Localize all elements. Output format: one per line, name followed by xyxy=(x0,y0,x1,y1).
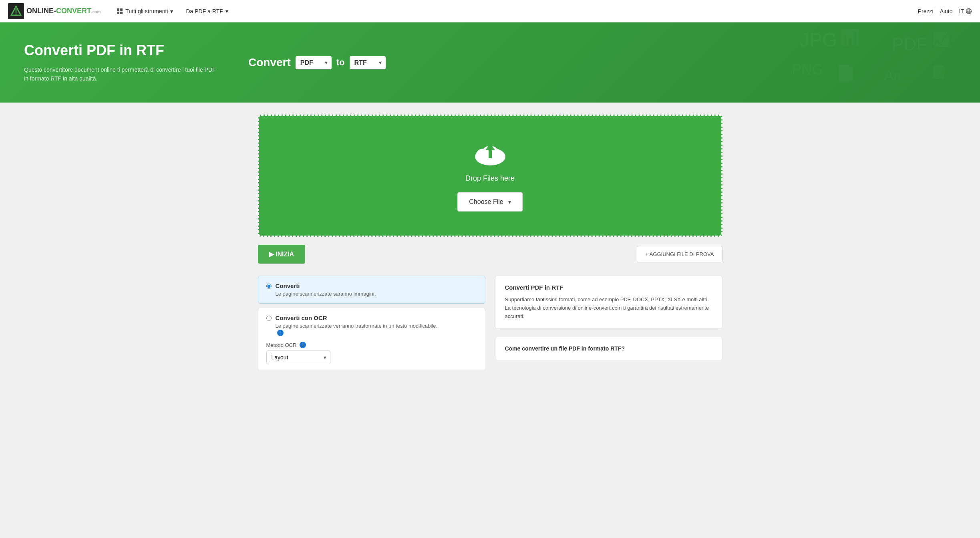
all-tools-button[interactable]: Tutti gli strumenti ▾ xyxy=(110,0,179,22)
nav-right: Prezzi Aiuto IT xyxy=(918,8,972,14)
svg-text:📝: 📝 xyxy=(932,64,948,80)
options-right: Converti PDF in RTF Supportiamo tantissi… xyxy=(495,276,722,375)
from-pdf-chevron-icon: ▾ xyxy=(225,8,228,14)
svg-rect-4 xyxy=(120,8,123,11)
from-format-wrapper[interactable]: PDF xyxy=(296,56,332,69)
main-content: Drop Files here Choose File ▾ ▶ INIZIA +… xyxy=(250,103,730,387)
svg-text:📊: 📊 xyxy=(840,27,860,46)
ocr-method-select[interactable]: Layout Testo Avanzato xyxy=(266,351,330,364)
convert-radio[interactable] xyxy=(266,284,272,289)
ocr-radio[interactable] xyxy=(266,316,272,321)
from-pdf-button[interactable]: Da PDF a RTF ▾ xyxy=(179,0,234,22)
prezzi-link[interactable]: Prezzi xyxy=(918,8,934,14)
upload-box[interactable]: Drop Files here Choose File ▾ xyxy=(258,115,722,237)
svg-rect-6 xyxy=(120,12,123,14)
svg-text:PNG: PNG xyxy=(792,61,823,78)
svg-text:Aa: Aa xyxy=(884,67,902,84)
info-card-1-title: Converti PDF in RTF xyxy=(505,284,712,291)
ocr-method-info-icon[interactable]: i xyxy=(300,342,306,348)
navbar: ONLINE-CONVERT.com Tutti gli strumenti ▾… xyxy=(0,0,980,22)
choose-file-chevron-icon: ▾ xyxy=(508,199,511,205)
svg-text:📄: 📄 xyxy=(836,63,856,83)
logo-icon xyxy=(8,3,24,19)
svg-text:📈: 📈 xyxy=(932,31,950,48)
svg-rect-3 xyxy=(117,8,119,11)
ocr-option-desc: Le pagine scannerizzate verranno trasfor… xyxy=(276,323,438,329)
from-pdf-label: Da PDF a RTF xyxy=(186,8,223,14)
action-row: ▶ INIZIA + AGGIUNGI FILE DI PROVA xyxy=(258,245,722,264)
test-file-label: + AGGIUNGI FILE DI PROVA xyxy=(645,251,714,257)
svg-text:JPG: JPG xyxy=(800,29,837,50)
convert-option-desc: Le pagine scannerizzate saranno immagini… xyxy=(276,291,376,297)
language-selector[interactable]: IT xyxy=(959,8,972,14)
info-card-1-text: Supportiamo tantissimi formati, come ad … xyxy=(505,296,712,320)
hero-description: Questo convertitore document online ti p… xyxy=(24,65,216,83)
options-left: Converti Le pagine scannerizzate saranno… xyxy=(258,276,485,375)
svg-point-2 xyxy=(16,13,17,14)
to-label: to xyxy=(336,57,345,68)
tools-chevron-icon: ▾ xyxy=(170,8,173,14)
ocr-method-wrapper[interactable]: Layout Testo Avanzato xyxy=(266,351,330,364)
test-file-button[interactable]: + AGGIUNGI FILE DI PROVA xyxy=(637,246,722,262)
drop-files-label: Drop Files here xyxy=(275,174,705,183)
convert-option[interactable]: Converti Le pagine scannerizzate saranno… xyxy=(258,276,485,304)
upload-icon xyxy=(275,140,705,169)
from-format-select[interactable]: PDF xyxy=(296,56,332,69)
to-format-wrapper[interactable]: RTF xyxy=(350,56,386,69)
hero-right: Convert PDF to RTF xyxy=(248,56,386,69)
logo-link[interactable]: ONLINE-CONVERT.com xyxy=(8,3,101,19)
all-tools-label: Tutti gli strumenti xyxy=(125,8,168,14)
ocr-option[interactable]: Converti con OCR Le pagine scannerizzate… xyxy=(258,308,485,371)
choose-file-button[interactable]: Choose File ▾ xyxy=(457,192,522,212)
grid-icon xyxy=(117,8,123,14)
ocr-info-icon[interactable]: i xyxy=(277,330,284,336)
to-format-select[interactable]: RTF xyxy=(350,56,386,69)
ocr-option-title: Converti con OCR xyxy=(276,314,438,321)
hero-left: Converti PDF in RTF Questo convertitore … xyxy=(24,42,216,83)
convert-label: Convert xyxy=(248,56,291,69)
ocr-method-section: Metodo OCR i Layout Testo Avanzato xyxy=(266,342,477,364)
convert-option-title: Converti xyxy=(276,282,376,289)
hero-banner: JPG 📊 PDF 📈 PNG 📄 Aa 📝 Converti PDF in R… xyxy=(0,22,980,103)
svg-rect-5 xyxy=(117,12,119,14)
ocr-method-label: Metodo OCR i xyxy=(266,342,477,348)
hero-bg-icons: JPG 📊 PDF 📈 PNG 📄 Aa 📝 xyxy=(780,22,980,103)
start-label: ▶ INIZIA xyxy=(269,250,294,258)
options-section: Converti Le pagine scannerizzate saranno… xyxy=(258,276,722,375)
info-card-2: Come convertire un file PDF in formato R… xyxy=(495,337,722,360)
info-card-1: Converti PDF in RTF Supportiamo tantissi… xyxy=(495,276,722,329)
lang-label: IT xyxy=(959,8,964,14)
logo-text: ONLINE-CONVERT.com xyxy=(26,7,101,15)
aiuto-link[interactable]: Aiuto xyxy=(940,8,953,14)
hero-title: Converti PDF in RTF xyxy=(24,42,216,59)
start-button[interactable]: ▶ INIZIA xyxy=(258,245,306,264)
choose-file-label: Choose File xyxy=(469,198,503,206)
globe-icon xyxy=(966,8,972,14)
svg-text:PDF: PDF xyxy=(892,34,927,54)
info-card-2-question: Come convertire un file PDF in formato R… xyxy=(505,345,712,352)
